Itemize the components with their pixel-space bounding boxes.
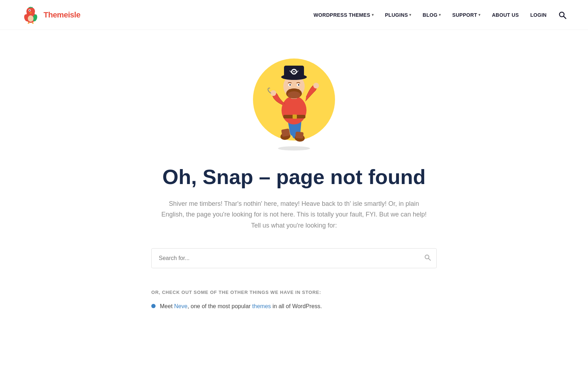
error-title: Oh, Snap – page not found — [162, 165, 426, 188]
nav-item-wordpress-themes[interactable]: WORDPRESS THEMES ▾ — [314, 12, 374, 18]
logo-link[interactable]: Themeisle — [21, 6, 80, 24]
search-button[interactable] — [424, 254, 431, 263]
search-container — [151, 248, 437, 268]
svg-point-22 — [288, 91, 300, 98]
search-icon[interactable] — [558, 11, 567, 19]
svg-point-17 — [313, 83, 319, 88]
chevron-down-icon: ▾ — [478, 13, 480, 17]
nav-item-plugins[interactable]: PLUGINS ▾ — [385, 12, 411, 18]
svg-point-16 — [282, 96, 306, 124]
nav-item-about-us[interactable]: ABOUT US — [492, 12, 519, 18]
svg-rect-35 — [293, 114, 297, 119]
suggestion-item-1: Meet Neve, one of the most popular theme… — [151, 302, 437, 311]
svg-point-3 — [26, 7, 35, 16]
error-description: Shiver me timbers! Thar's nothin' here, … — [158, 198, 430, 231]
site-header: Themeisle WORDPRESS THEMES ▾ PLUGINS ▾ B… — [0, 0, 588, 30]
svg-point-26 — [298, 84, 299, 86]
main-content: Oh, Snap – page not found Shiver me timb… — [80, 30, 508, 343]
svg-point-9 — [278, 146, 310, 151]
suggestion-text-1: Meet Neve, one of the most popular theme… — [160, 302, 322, 311]
neve-link[interactable]: Neve — [174, 303, 187, 309]
svg-point-6 — [28, 15, 34, 22]
nav-item-support[interactable]: SUPPORT ▾ — [452, 12, 481, 18]
chevron-down-icon: ▾ — [372, 13, 374, 17]
bullet-icon — [151, 304, 156, 308]
svg-rect-15 — [295, 132, 303, 139]
suggestions-section: OR, CHECK OUT SOME OF THE OTHER THINGS W… — [151, 290, 437, 315]
pirate-svg — [258, 55, 330, 151]
themes-link[interactable]: themes — [252, 303, 271, 309]
svg-point-25 — [289, 84, 291, 86]
logo-parrot-icon — [21, 6, 40, 24]
nav-item-login[interactable]: LOGIN — [530, 12, 547, 18]
chevron-down-icon: ▾ — [439, 13, 441, 17]
svg-line-37 — [429, 258, 430, 260]
svg-line-8 — [564, 16, 566, 19]
nav-item-blog[interactable]: BLOG ▾ — [423, 12, 441, 18]
svg-point-5 — [29, 10, 30, 11]
chevron-down-icon: ▾ — [409, 13, 411, 17]
pirate-illustration — [244, 51, 344, 151]
svg-point-18 — [270, 90, 276, 96]
svg-rect-14 — [281, 128, 290, 137]
search-input[interactable] — [151, 248, 437, 268]
search-icon — [424, 254, 431, 261]
main-nav: WORDPRESS THEMES ▾ PLUGINS ▾ BLOG ▾ SUPP… — [314, 11, 567, 19]
suggestions-label: OR, CHECK OUT SOME OF THE OTHER THINGS W… — [151, 290, 437, 295]
logo-text: Themeisle — [44, 10, 80, 20]
svg-point-31 — [293, 71, 295, 72]
